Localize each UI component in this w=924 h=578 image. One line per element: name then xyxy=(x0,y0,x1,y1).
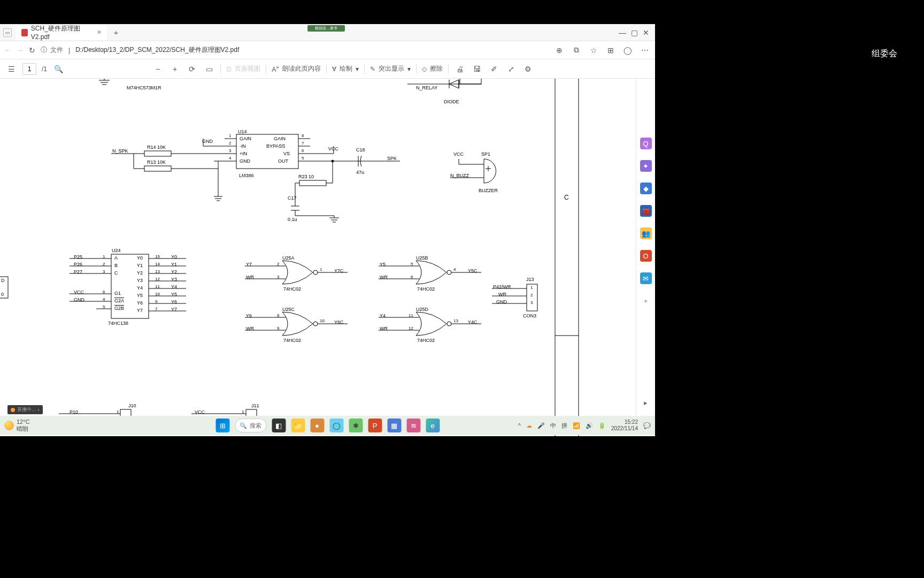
taskbar-clock[interactable]: 15:22 2022/11/14 xyxy=(611,419,638,432)
chip-label: M74HC573M1R xyxy=(127,85,161,90)
page-number-input[interactable] xyxy=(22,63,36,75)
svg-rect-8 xyxy=(460,79,481,84)
diode-label: DIODE xyxy=(444,99,459,104)
fullscreen-icon[interactable]: ⤢ xyxy=(505,63,517,75)
contents-icon[interactable]: ☰ xyxy=(5,63,17,75)
chevron-down-icon[interactable]: ▾ xyxy=(407,65,411,73)
clock-time: 15:22 xyxy=(625,419,638,425)
tray-onedrive-icon[interactable]: ☁ xyxy=(526,422,532,429)
tab-title: SCH_硬件原理图V2.pdf xyxy=(31,24,88,41)
highlight-label[interactable]: 突出显示 xyxy=(379,64,404,73)
settings-icon[interactable]: ⚙ xyxy=(522,63,534,75)
r23: R23 10 xyxy=(298,174,314,179)
buzz-ref: SP1 xyxy=(481,151,490,157)
taskbar-search[interactable]: 🔍 搜索 xyxy=(235,419,266,432)
sidebar-outlook-icon[interactable]: ✉ xyxy=(640,272,652,284)
draw-icon[interactable]: ∀ xyxy=(332,65,336,73)
weather-widget[interactable]: 12°C 晴朗 xyxy=(4,419,30,433)
powerpoint-icon[interactable]: P xyxy=(368,419,382,432)
svg-rect-34 xyxy=(299,180,326,186)
app-icon-4[interactable]: ≋ xyxy=(406,419,420,432)
svg-point-76 xyxy=(313,322,318,326)
sidebar-games-icon[interactable]: 👥 xyxy=(640,227,652,239)
pen-icon[interactable]: ✐ xyxy=(488,63,500,75)
sidebar-tools-icon[interactable]: 🧰 xyxy=(640,205,652,217)
info-icon[interactable]: ⓘ xyxy=(41,45,47,55)
refresh-icon[interactable]: ↻ xyxy=(29,46,35,55)
sidebar-office-icon[interactable]: O xyxy=(640,250,652,262)
collections-icon[interactable]: ⊞ xyxy=(605,44,617,56)
sidebar-copilot-icon[interactable]: ✦ xyxy=(640,160,652,172)
back-icon[interactable]: ← xyxy=(4,46,11,54)
menu-icon[interactable]: ⋯ xyxy=(639,44,651,56)
svg-rect-20 xyxy=(144,151,171,156)
erase-label[interactable]: 擦除 xyxy=(430,64,443,73)
ime-lang[interactable]: 中 xyxy=(550,422,556,430)
read-icon[interactable]: ⧉ xyxy=(571,44,582,56)
chevron-down-icon[interactable]: ▾ xyxy=(356,65,359,73)
print-icon[interactable]: 🖨 xyxy=(454,63,466,75)
task-view-icon[interactable]: ◧ xyxy=(272,419,286,432)
rotate-icon[interactable]: ⟳ xyxy=(186,63,198,75)
sidebar-search-icon[interactable]: Q xyxy=(640,138,652,149)
explorer-icon[interactable]: 📁 xyxy=(291,419,305,432)
forward-icon[interactable]: → xyxy=(17,46,24,54)
close-icon[interactable]: ✕ xyxy=(97,29,102,36)
profile-icon[interactable]: ◯ xyxy=(622,44,634,56)
net-relay: N_RELAY xyxy=(416,85,437,90)
url-text[interactable]: D:/Desktop/13_2/DP_SCM_2022/SCH_硬件原理图V2.… xyxy=(75,45,239,55)
spk: SPK xyxy=(387,156,397,161)
r14: R14 10K xyxy=(147,144,166,150)
battery-icon[interactable]: 🔋 xyxy=(598,422,606,429)
svg-point-68 xyxy=(313,270,318,275)
tab-actions-icon[interactable]: ▭ xyxy=(3,28,12,37)
tray-chevron-icon[interactable]: ^ xyxy=(518,422,521,429)
edge-icon[interactable]: e xyxy=(426,419,440,432)
read-aloud-label[interactable]: 朗读此页内容 xyxy=(282,64,321,73)
erase-icon[interactable]: ◇ xyxy=(422,65,427,73)
new-tab-button[interactable]: + xyxy=(110,26,122,39)
volume-icon[interactable]: 🔊 xyxy=(586,422,593,429)
maximize-icon[interactable]: ▢ xyxy=(628,27,640,39)
minimize-icon[interactable]: — xyxy=(617,27,628,39)
sidebar-collapse-icon[interactable]: ▸ xyxy=(640,397,652,408)
read-aloud-icon[interactable]: A» xyxy=(272,64,279,73)
zoom-out-icon[interactable]: − xyxy=(152,63,164,75)
tray-mic-icon[interactable]: 🎤 xyxy=(537,422,545,429)
highlight-icon[interactable]: ✎ xyxy=(370,65,375,73)
amp-p4: GND xyxy=(240,158,250,164)
zoom-in-icon[interactable]: + xyxy=(169,63,181,75)
app-icon-1[interactable]: ● xyxy=(310,419,324,432)
wifi-icon[interactable]: 📶 xyxy=(573,422,580,429)
edge-sidebar: Q ✦ ◆ 🧰 👥 O ✉ + ▸ ⚙ xyxy=(636,79,655,436)
weather-desc: 晴朗 xyxy=(17,425,30,433)
draw-label[interactable]: 绘制 xyxy=(340,64,352,73)
amp-nspk: N_SPK xyxy=(112,148,128,154)
amp-gnd: GND xyxy=(202,139,213,144)
fit-icon[interactable]: ⊡ xyxy=(226,65,232,73)
app-icon-2[interactable]: ◯ xyxy=(329,419,343,432)
search-icon[interactable]: 🔍 xyxy=(52,63,64,75)
j13-part: CON3 xyxy=(523,313,536,318)
zoom-icon[interactable]: ⊕ xyxy=(553,44,565,56)
wechat-icon[interactable]: ✱ xyxy=(349,419,363,432)
start-button[interactable]: ⊞ xyxy=(215,419,229,432)
tab-active[interactable]: SCH_硬件原理图V2.pdf ✕ xyxy=(16,25,107,40)
file-badge: ⓘ 文件 xyxy=(41,45,63,55)
address-bar: ← → ↻ ⓘ 文件 | D:/Desktop/13_2/DP_SCM_2022… xyxy=(0,41,655,59)
notification-icon[interactable]: 💬 xyxy=(643,422,651,429)
page-view-icon[interactable]: ▭ xyxy=(203,63,215,75)
favorite-icon[interactable]: ☆ xyxy=(588,44,599,56)
app-icon-3[interactable]: ▦ xyxy=(387,419,401,432)
browser-window: ▭ SCH_硬件原理图V2.pdf ✕ + — ▢ ✕ ← → ↻ ⓘ 文件 |… xyxy=(0,24,655,436)
amp-vcc: VCC xyxy=(328,146,338,151)
dec-ref: U24 xyxy=(112,248,121,253)
sidebar-tag-icon[interactable]: ◆ xyxy=(640,182,652,194)
ime-mode[interactable]: 拼 xyxy=(561,422,567,430)
save-icon[interactable]: 🖫 xyxy=(471,63,483,75)
search-icon: 🔍 xyxy=(240,422,247,429)
window-close-icon[interactable]: ✕ xyxy=(640,27,652,39)
pdf-viewport[interactable]: M74HC573M1R N_RELAY DIODE U14 GAIN -IN +… xyxy=(0,79,655,436)
sidebar-add-icon[interactable]: + xyxy=(640,295,652,307)
amp-p6: VS xyxy=(283,151,290,156)
